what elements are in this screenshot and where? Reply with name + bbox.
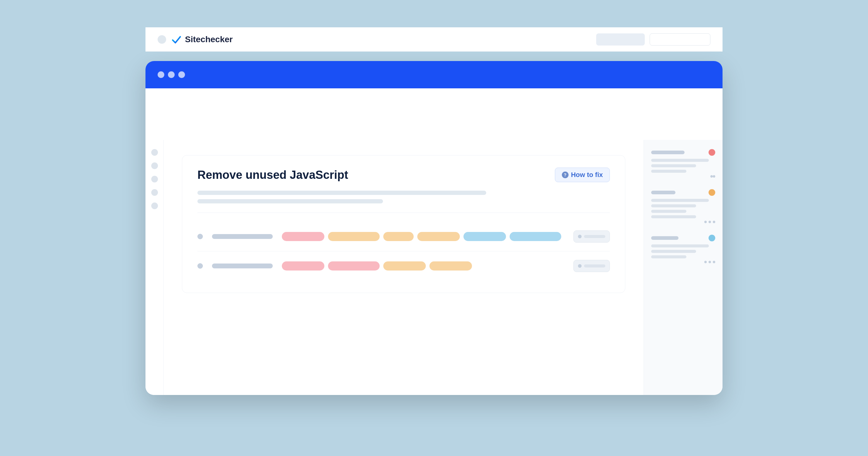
action-dot-1 [578,235,582,238]
how-to-fix-text: How to fix [571,171,603,179]
how-to-fix-button[interactable]: ? How to fix [555,168,610,182]
tag-orange-3 [417,232,460,241]
table-row-1 [197,222,610,251]
center-content: Remove unused JavaScript ? How to fix [164,140,644,395]
sidebar-dot-r2 [713,175,715,177]
browser-window: Sitechecker Remove unused JavaScript [146,61,722,395]
row-icon-1 [197,234,203,239]
separator-1 [197,213,610,213]
sidebar-sub-line-2-4 [651,215,696,218]
sidebar-sub-line-3-1 [651,245,709,248]
sidebar-row-1 [651,149,715,156]
sidebar-dot-o1 [704,221,707,223]
row-icon-2 [197,263,203,269]
sidebar-dot-b1 [704,261,707,263]
sidebar-label-3 [651,236,679,240]
main-card: Remove unused JavaScript ? How to fix [182,155,625,293]
browser-titlebar [146,61,722,88]
row-tags-1 [282,232,564,241]
right-sidebar [644,140,722,395]
browser-dots [158,71,185,78]
tag-orange-5 [429,261,472,270]
action-line-1 [584,235,605,238]
sidebar-indicator-orange [709,189,715,196]
sidebar-dot-b3 [713,261,715,263]
card-title: Remove unused JavaScript [197,168,348,182]
browser-dot-2 [168,71,175,78]
tag-orange-4 [383,261,426,270]
browser-content: Remove unused JavaScript ? How to fix [146,140,722,395]
sidebar-section-2 [651,189,715,226]
sidebar-dot-1 [151,149,158,156]
sidebar-sub-line-2-2 [651,204,696,207]
row-label-2 [212,263,273,268]
sidebar-dot-3 [151,176,158,183]
tag-blue-2 [509,232,561,241]
row-tags-2 [282,261,564,270]
desc-line-2 [197,199,383,203]
sidebar-dot-o2 [709,221,711,223]
sidebar-dot-2 [151,162,158,169]
sidebar-section-3 [651,235,715,266]
sidebar-sub-line-3-3 [651,255,686,258]
tag-pink-1 [282,232,324,241]
tag-blue-1 [463,232,506,241]
left-sidebar [146,140,164,395]
sidebar-sub-lines-2 [651,199,715,218]
sidebar-sub-line-1-2 [651,164,696,167]
tag-orange-1 [328,232,380,241]
row-label-1 [212,234,273,239]
action-dot-2 [578,264,582,268]
desc-line-1 [197,191,486,195]
sidebar-row-2 [651,189,715,196]
tag-pink-3 [328,261,380,270]
action-line-2 [584,264,605,267]
sidebar-dot-4 [151,189,158,196]
sidebar-sub-line-2-3 [651,210,686,213]
table-row-2 [197,251,610,281]
sidebar-sub-lines-3 [651,245,715,258]
browser-dot-1 [158,71,164,78]
sidebar-section-1 [651,149,715,181]
sidebar-sub-line-2-1 [651,199,709,202]
sidebar-dot-o3 [713,221,715,223]
sidebar-dot-b2 [709,261,711,263]
sidebar-sub-lines-1 [651,159,715,173]
sidebar-indicator-blue [709,235,715,241]
sidebar-label-1 [651,151,685,154]
tag-orange-2 [383,232,414,241]
browser-dot-3 [178,71,185,78]
sidebar-indicator-red [709,149,715,156]
sidebar-label-2 [651,191,676,194]
tag-pink-2 [282,261,324,270]
sidebar-sub-line-1-3 [651,170,686,173]
card-header: Remove unused JavaScript ? How to fix [197,168,610,182]
sidebar-row-3 [651,235,715,241]
row-action-1[interactable] [574,230,610,242]
help-icon: ? [562,171,568,178]
sidebar-dot-r1 [710,175,713,177]
sidebar-dot-5 [151,202,158,209]
sidebar-sub-line-3-2 [651,250,696,253]
row-action-2[interactable] [574,260,610,272]
sidebar-sub-line-1-1 [651,159,709,162]
